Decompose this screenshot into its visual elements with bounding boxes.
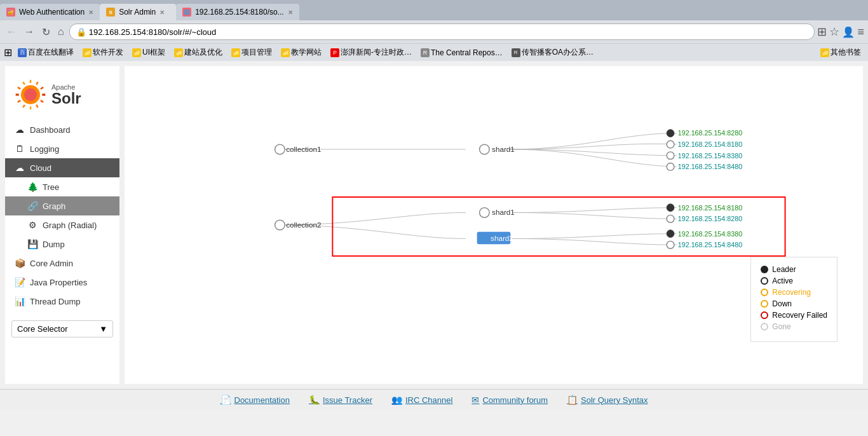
collection1-label: collection1 (286, 145, 321, 153)
bookmark-baidu-translate[interactable]: 百 百度在线翻译 (15, 46, 77, 59)
tab-close-ip[interactable]: ✕ (288, 9, 293, 16)
legend-gone-label: Gone (772, 322, 790, 331)
legend-leader-dot (761, 266, 768, 273)
c2-s1-n2-dot (667, 215, 674, 222)
logging-icon: 🗒 (15, 144, 25, 154)
c1-n3-dot (667, 152, 674, 160)
conn-c2-s1-n2 (512, 212, 677, 219)
folder-icon-5: 📁 (281, 48, 290, 57)
legend-active-dot (761, 277, 768, 285)
legend-leader-label: Leader (772, 265, 796, 274)
c2-s2-n1-ip[interactable]: 192.168.25.154:8380 (678, 230, 742, 238)
sidebar-item-dashboard[interactable]: ☁ Dashboard (5, 120, 119, 139)
c2-s2-n2-dot (667, 241, 674, 249)
chevron-down-icon: ▼ (99, 324, 107, 334)
folder-icon-1: 📁 (83, 48, 92, 57)
tab-solr-admin[interactable]: S Solr Admin ✕ (100, 4, 176, 20)
tree-icon: 🌲 (27, 182, 37, 192)
bookmark-edu[interactable]: 📁 教学网站 (278, 46, 325, 59)
collection2-node[interactable] (275, 220, 285, 230)
dashboard-label: Dashboard (30, 125, 71, 135)
svg-line-2 (41, 87, 43, 89)
nav-extra: ⊞ ☆ 👤 ≡ (817, 25, 864, 39)
c2-shard2-label: shard2 (491, 234, 513, 242)
sidebar-item-logging[interactable]: 🗒 Logging (5, 139, 119, 158)
menu-icon[interactable]: ≡ (857, 25, 864, 39)
c1-n2-ip[interactable]: 192.168.25.154:8180 (678, 140, 742, 148)
thread-dump-label: Thread Dump (30, 297, 80, 306)
sidebar-item-thread-dump[interactable]: 📊 Thread Dump (5, 292, 119, 311)
bm-icon-raws: R (512, 48, 520, 57)
apps-icon[interactable]: ⊞ (4, 46, 12, 58)
star-icon[interactable]: ☆ (829, 25, 839, 39)
bookmark-site-build[interactable]: 📁 建站及优化 (171, 46, 226, 59)
c1-n1-ip[interactable]: 192.168.25.154:8280 (678, 130, 742, 137)
legend-recovery-failed-dot (761, 311, 768, 319)
core-selector-label: Core Selector (17, 324, 67, 334)
user-icon: 👤 (842, 26, 855, 38)
collection1-node[interactable] (275, 144, 285, 154)
footer-query-label: Solr Query Syntax (581, 395, 648, 405)
tab-favicon-web-auth: 🔐 (6, 8, 15, 17)
tab-label-solr: Solr Admin (119, 8, 156, 17)
bookmark-others[interactable]: 📁 其他书签 (817, 46, 864, 59)
c2-shard2-node[interactable] (480, 234, 490, 244)
svg-line-4 (41, 100, 43, 102)
bookmark-pengpai[interactable]: P 澎湃新闻-专注时政… (327, 46, 415, 59)
bookmark-raws[interactable]: R 传智播客OA办公系… (508, 46, 597, 59)
tab-web-auth[interactable]: 🔐 Web Authentication ✕ (0, 4, 100, 20)
sidebar: Apache Solr ☁ Dashboard 🗒 Logging ☁ Clou… (5, 66, 119, 384)
sidebar-item-java-properties[interactable]: 📝 Java Properties (5, 273, 119, 292)
legend-recovery-failed: Recovery Failed (761, 311, 827, 320)
sidebar-item-tree[interactable]: 🌲 Tree (5, 177, 119, 196)
dump-icon: 💾 (27, 239, 37, 249)
bm-icon-repo: R (421, 48, 430, 57)
bookmark-ui-framework[interactable]: 📁 UI框架 (129, 46, 168, 59)
graph-label: Graph (43, 201, 65, 211)
footer-irc-label: IRC Channel (405, 395, 452, 405)
footer-link-irc[interactable]: 👥 IRC Channel (391, 395, 452, 405)
tab-close-solr[interactable]: ✕ (159, 9, 165, 16)
graph-icon: 🔗 (27, 201, 37, 211)
main-content: collection1 shard1 192.168.25.154:8280 1… (125, 66, 863, 384)
c1-n4-ip[interactable]: 192.168.25.154:8480 (678, 163, 742, 170)
core-selector[interactable]: Core Selector ▼ (11, 320, 113, 337)
reload-button[interactable]: ↻ (39, 25, 53, 39)
c2-s1-n1-ip[interactable]: 192.168.25.154:8180 (678, 204, 742, 212)
logging-label: Logging (30, 144, 59, 154)
tab-close-web-auth[interactable]: ✕ (88, 9, 93, 16)
conn-c2-s1-n1 (512, 208, 677, 213)
c1-n3-ip[interactable]: 192.168.25.154:8380 (678, 152, 742, 160)
graph-radial-label: Graph (Radial) (43, 221, 97, 230)
address-input[interactable]: 192.168.25.154:8180/solr/#/~cloud (89, 27, 808, 37)
svg-line-8 (18, 100, 20, 102)
tab-ip[interactable]: 🌐 192.168.25.154:8180/so... ✕ (176, 4, 299, 20)
sidebar-item-dump[interactable]: 💾 Dump (5, 235, 119, 254)
sidebar-item-graph-radial[interactable]: ⚙ Graph (Radial) (5, 215, 119, 235)
bookmark-software-dev[interactable]: 📁 软件开发 (79, 46, 126, 59)
forward-button[interactable]: → (22, 25, 37, 39)
c2-s1-n2-ip[interactable]: 192.168.25.154:8280 (678, 215, 742, 222)
home-button[interactable]: ⌂ (55, 25, 67, 39)
sidebar-item-core-admin[interactable]: 📦 Core Admin (5, 254, 119, 273)
footer-link-docs[interactable]: 📄 Documentation (220, 395, 290, 405)
c2-s2-n2-ip[interactable]: 192.168.25.154:8480 (678, 241, 742, 249)
bookmark-project-mgmt[interactable]: 📁 项目管理 (228, 46, 275, 59)
sidebar-item-cloud[interactable]: ☁ Cloud (5, 158, 119, 177)
folder-icon-3: 📁 (174, 48, 183, 57)
bookmark-central-repo[interactable]: R The Central Repos… (417, 47, 506, 58)
lock-icon: 🔒 (76, 27, 86, 37)
footer-link-forum[interactable]: ✉ Community forum (471, 395, 548, 405)
footer-link-issues[interactable]: 🐛 Issue Tracker (309, 395, 372, 405)
java-props-icon: 📝 (15, 277, 25, 287)
footer-link-query-syntax[interactable]: 📋 Solr Query Syntax (567, 395, 648, 405)
back-button[interactable]: ← (4, 25, 19, 39)
c2-shard1-label: shard1 (492, 208, 515, 216)
sidebar-item-graph[interactable]: 🔗 Graph (5, 196, 119, 215)
graph-radial-icon: ⚙ (27, 220, 37, 230)
c2-shard1-node[interactable] (480, 208, 490, 218)
svg-line-11 (23, 82, 25, 85)
svg-line-10 (18, 87, 20, 89)
c1-shard1-node[interactable] (480, 144, 490, 154)
c2-s1-n1-dot (667, 204, 674, 212)
